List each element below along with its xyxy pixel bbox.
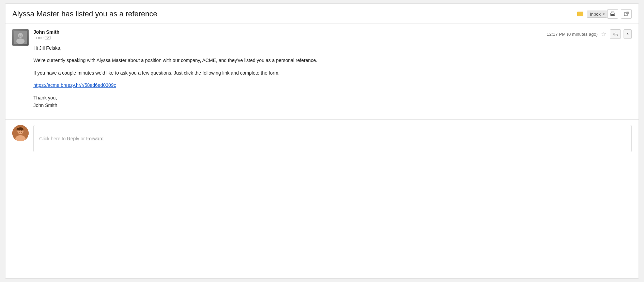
reply-button[interactable]: [610, 29, 621, 39]
to-me-label: to me: [33, 35, 59, 40]
svg-point-8: [16, 38, 25, 44]
more-options-button[interactable]: [624, 29, 632, 39]
label-tag: [577, 12, 583, 16]
email-subject: Alyssa Master has listed you as a refere…: [12, 10, 573, 18]
sender-avatar-img: [12, 29, 29, 46]
inbox-badge-close[interactable]: x: [603, 12, 605, 16]
reply-icon: [613, 32, 618, 36]
label-icon: [577, 12, 583, 16]
to-me-dropdown[interactable]: [45, 36, 51, 40]
email-header: Alyssa Master has listed you as a refere…: [5, 4, 639, 24]
forward-link[interactable]: Forward: [86, 136, 104, 141]
svg-rect-1: [611, 14, 614, 16]
inbox-badge[interactable]: Inbox x: [587, 11, 607, 18]
svg-point-10: [21, 35, 22, 35]
svg-point-7: [18, 33, 23, 38]
svg-point-4: [614, 14, 615, 14]
star-button[interactable]: ☆: [600, 30, 607, 38]
reply-area: Click here to Reply or Forward: [5, 120, 639, 158]
message-meta: John Smith to me 12:17 PM (0 minutes ago…: [33, 29, 632, 114]
email-viewer: Alyssa Master has listed you as a refere…: [5, 3, 639, 279]
reply-link[interactable]: Reply: [67, 136, 79, 141]
greeting: Hi Jill Felska,: [33, 44, 632, 52]
body-para2: If you have a couple minutes we'd like t…: [33, 69, 632, 77]
popout-icon: [624, 12, 629, 16]
reply-box[interactable]: Click here to Reply or Forward: [33, 125, 632, 152]
message-content: Hi Jill Felska, We're currently speaking…: [33, 44, 632, 109]
svg-point-9: [19, 35, 20, 35]
sender-info: John Smith to me: [33, 29, 59, 40]
more-icon: [626, 32, 629, 36]
sender-name: John Smith: [33, 29, 59, 35]
body-para1: We're currently speaking with Alyssa Mas…: [33, 57, 632, 64]
message-row: John Smith to me 12:17 PM (0 minutes ago…: [12, 29, 632, 114]
print-button[interactable]: [607, 9, 618, 19]
recipient-avatar-svg: [12, 125, 29, 141]
reference-link-para: https://acme.breezy.hr/r/58ed6ed0309c: [33, 81, 632, 89]
reference-link[interactable]: https://acme.breezy.hr/r/58ed6ed0309c: [33, 82, 116, 88]
inbox-badge-label: Inbox: [590, 12, 601, 17]
email-body: John Smith to me 12:17 PM (0 minutes ago…: [5, 24, 639, 119]
dropdown-icon: [46, 36, 49, 39]
header-actions: [607, 9, 632, 19]
timestamp: 12:17 PM (0 minutes ago): [547, 32, 598, 37]
popout-button[interactable]: [621, 9, 632, 19]
svg-rect-5: [624, 13, 627, 16]
sender-avatar: [12, 29, 29, 46]
recipient-avatar-img: [12, 125, 29, 141]
print-icon: [610, 12, 615, 16]
sign-off: Thank you, John Smith: [33, 94, 632, 109]
recipient-avatar: [12, 125, 29, 141]
sender-avatar-svg: [14, 31, 27, 44]
reply-placeholder: Click here to Reply or Forward: [39, 136, 104, 141]
timestamp-area: 12:17 PM (0 minutes ago) ☆: [547, 29, 632, 39]
